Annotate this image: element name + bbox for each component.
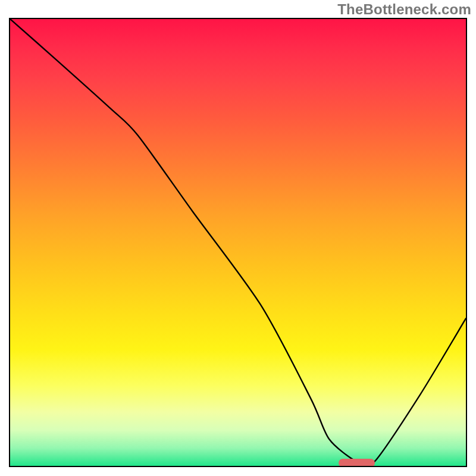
plot-area — [9, 18, 467, 467]
optimal-range-marker — [339, 459, 375, 467]
bottleneck-curve — [10, 19, 466, 466]
watermark-text: TheBottleneck.com — [337, 1, 471, 18]
chart-root: TheBottleneck.com — [0, 0, 476, 476]
